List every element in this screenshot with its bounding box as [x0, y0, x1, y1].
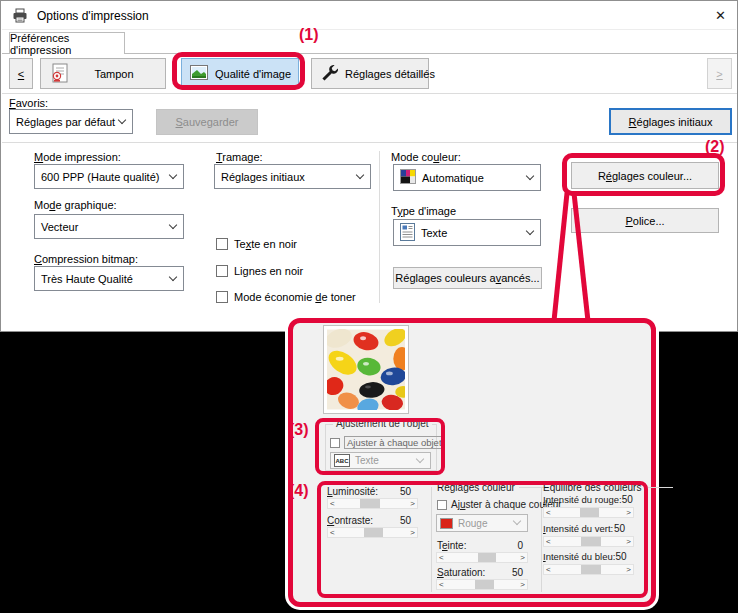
slider-right-arrow[interactable]: > [520, 580, 525, 589]
preview-image-frame [323, 325, 409, 414]
next-page-button[interactable]: > [707, 58, 732, 89]
contrast-value: 50 [400, 515, 411, 526]
graphic-mode-label: Mode graphique: [34, 199, 117, 211]
favorites-dropdown[interactable]: Réglages par défaut [9, 109, 133, 134]
text-in-black-checkbox[interactable]: Texte en noir [216, 238, 297, 250]
color-mode-dropdown[interactable]: Automatique [393, 164, 541, 191]
red-intensity-value: 50 [622, 494, 633, 505]
hue-row: Teinte: 0 [437, 540, 523, 551]
font-button-label: Police... [625, 215, 664, 227]
save-button[interactable]: Sauvegarder [156, 109, 258, 135]
adjust-each-object-label: Ajuster à chaque objet [344, 436, 445, 449]
slider-right-arrow[interactable]: > [626, 508, 631, 517]
tab-reglages-detailles-label: Réglages détaillés [345, 68, 435, 80]
chevron-down-icon [118, 115, 126, 123]
callout-label-3: (3) [289, 421, 309, 439]
slider-right-arrow[interactable]: > [626, 565, 631, 574]
checkbox-box[interactable] [437, 500, 447, 510]
bitmap-compression-value: Très Haute Qualité [41, 273, 133, 285]
bitmap-compression-dropdown[interactable]: Très Haute Qualité [34, 266, 184, 291]
slider-right-arrow[interactable]: > [410, 528, 415, 537]
slider-thumb[interactable] [360, 499, 380, 508]
tab-tampon-label: Tampon [75, 68, 153, 80]
checkbox-box[interactable] [216, 291, 228, 303]
red-intensity-label: Intensité du rouge: [543, 494, 622, 505]
screening-dropdown[interactable]: Réglages initiaux [214, 164, 371, 189]
lines-in-black-checkbox[interactable]: Lignes en noir [216, 265, 303, 277]
abc-icon: ABC [334, 454, 350, 467]
slider-left-arrow[interactable]: < [546, 537, 551, 546]
chevron-down-icon [169, 220, 177, 228]
color-mode-label: Mode couleur: [391, 151, 461, 163]
print-options-dialog: Options d'impression ✕ Préférences d'imp… [0, 0, 738, 332]
slider-thumb[interactable] [475, 580, 494, 589]
brightness-value: 50 [400, 486, 411, 497]
object-type-dropdown[interactable]: ABC Texte [330, 452, 431, 469]
chevron-down-icon [526, 226, 534, 234]
prev-page-button[interactable]: < [9, 58, 33, 89]
object-adjustment-group-label: Ajustement de l'objet [333, 418, 432, 429]
slider-left-arrow[interactable]: < [439, 553, 444, 562]
slider-thumb[interactable] [364, 528, 384, 537]
color-settings-button[interactable]: Réglages couleur... [571, 162, 719, 189]
font-button[interactable]: Police... [571, 208, 719, 233]
green-intensity-row: Intensité du vert: 50 [543, 523, 625, 534]
chevron-down-icon [356, 170, 364, 178]
blue-intensity-row: Intensité du bleu: 50 [543, 551, 625, 562]
saturation-slider[interactable]: < > [436, 579, 528, 590]
image-type-dropdown[interactable]: Texte [393, 219, 541, 246]
image-type-label: Type d'image [391, 205, 456, 217]
brightness-row: Luminosité: 50 [327, 486, 411, 497]
checkbox-box[interactable] [216, 265, 228, 277]
slider-right-arrow[interactable]: > [626, 537, 631, 546]
graphic-mode-dropdown[interactable]: Vecteur [34, 214, 184, 239]
chevron-down-icon [169, 272, 177, 280]
hue-slider[interactable]: < > [436, 552, 528, 563]
image-quality-icon [190, 65, 208, 82]
color-settings-group-label: Réglages couleur [437, 482, 547, 493]
slider-thumb[interactable] [581, 565, 601, 574]
text-document-icon [400, 223, 415, 243]
cmyk-color-icon [400, 169, 416, 186]
close-icon[interactable]: ✕ [715, 8, 726, 23]
hue-label: Teinte: [437, 540, 466, 551]
tab-preferences-impression[interactable]: Préférences d'impression [9, 32, 125, 54]
tab-qualite-image-label: Qualité d'image [215, 68, 291, 80]
slider-left-arrow[interactable]: < [546, 508, 551, 517]
print-mode-dropdown[interactable]: 600 PPP (Haute qualité) [34, 164, 184, 189]
color-channel-dropdown[interactable]: Rouge [436, 514, 528, 532]
wrench-icon [321, 64, 338, 83]
checkbox-box[interactable] [330, 438, 340, 448]
color-balance-group-label: Equilibre des couleurs [543, 482, 673, 493]
blue-intensity-slider[interactable]: < > [543, 564, 634, 575]
separator [2, 93, 737, 94]
text-in-black-label: Texte en noir [234, 238, 297, 250]
saturation-row: Saturation: 50 [437, 567, 523, 578]
slider-left-arrow[interactable]: < [330, 528, 335, 537]
adjust-each-object-checkbox[interactable]: Ajuster à chaque objet [330, 436, 445, 449]
tab-reglages-detailles[interactable]: Réglages détaillés [311, 58, 429, 89]
advanced-color-settings-label: Réglages couleurs avancés... [395, 272, 539, 284]
red-intensity-slider[interactable]: < > [543, 507, 634, 518]
toner-save-checkbox[interactable]: Mode économie de toner [216, 291, 356, 303]
brightness-slider[interactable]: < > [327, 498, 418, 509]
tab-qualite-image[interactable]: Qualité d'image [181, 58, 299, 89]
slider-left-arrow[interactable]: < [439, 580, 444, 589]
slider-right-arrow[interactable]: > [410, 499, 415, 508]
image-type-value: Texte [421, 227, 447, 239]
checkbox-box[interactable] [216, 238, 228, 250]
contrast-slider[interactable]: < > [327, 527, 418, 538]
slider-left-arrow[interactable]: < [546, 565, 551, 574]
favorites-value: Réglages par défaut [16, 116, 115, 128]
slider-right-arrow[interactable]: > [520, 553, 525, 562]
slider-thumb[interactable] [581, 537, 601, 546]
restore-defaults-button[interactable]: Réglages initiaux [609, 108, 732, 135]
tab-tampon[interactable]: Tampon [40, 58, 166, 89]
slider-thumb[interactable] [478, 553, 497, 562]
advanced-color-settings-button[interactable]: Réglages couleurs avancés... [393, 267, 542, 289]
printer-icon [12, 8, 28, 23]
green-intensity-slider[interactable]: < > [543, 536, 634, 547]
slider-left-arrow[interactable]: < [330, 499, 335, 508]
callout-label-4: (4) [289, 482, 309, 500]
slider-thumb[interactable] [580, 508, 600, 517]
